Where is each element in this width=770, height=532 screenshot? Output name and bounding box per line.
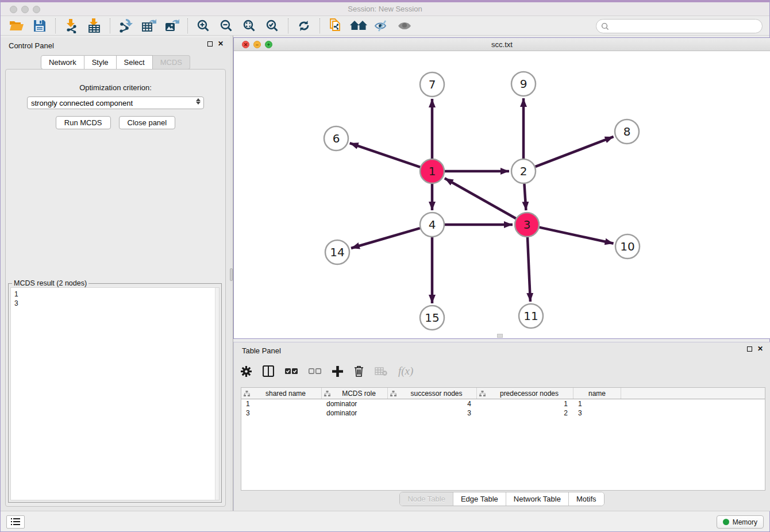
graph-node-6[interactable]: 6 bbox=[324, 126, 348, 151]
svg-text:6: 6 bbox=[333, 132, 340, 145]
zoom-in-icon[interactable] bbox=[192, 17, 215, 34]
search-field[interactable] bbox=[596, 19, 763, 33]
table-settings-gear-icon[interactable] bbox=[241, 366, 252, 377]
clone-network-icon[interactable] bbox=[324, 17, 347, 34]
open-session-icon[interactable] bbox=[5, 17, 28, 34]
column-header-name[interactable]: name bbox=[573, 388, 621, 399]
divider-grip[interactable] bbox=[230, 268, 233, 281]
result-scrollbar[interactable] bbox=[215, 288, 219, 500]
mcds-result-group: MCDS result (2 nodes) 13 bbox=[8, 283, 222, 503]
home-layout-icon[interactable] bbox=[347, 17, 370, 34]
tab-select[interactable]: Select bbox=[117, 55, 153, 70]
graph-edge-1-6[interactable] bbox=[350, 143, 421, 167]
tab-style[interactable]: Style bbox=[84, 55, 117, 70]
graph-node-2[interactable]: 2 bbox=[511, 159, 536, 183]
table-cell[interactable]: 2 bbox=[477, 409, 573, 417]
column-header-shared-name[interactable]: shared name bbox=[241, 388, 322, 399]
close-panel-icon[interactable]: ✕ bbox=[218, 41, 224, 47]
show-graphics-details-icon[interactable] bbox=[393, 17, 416, 34]
export-image-icon[interactable] bbox=[160, 17, 183, 34]
table-cell[interactable]: 4 bbox=[388, 400, 477, 408]
svg-text:9: 9 bbox=[520, 77, 528, 91]
graph-node-1[interactable]: 1 bbox=[420, 159, 444, 183]
select-stepper-icon bbox=[196, 98, 201, 105]
graph-node-3[interactable]: 3 bbox=[515, 213, 539, 237]
add-column-icon[interactable] bbox=[332, 366, 343, 377]
delete-column-trash-icon[interactable] bbox=[354, 365, 364, 377]
toolbar-separator bbox=[288, 18, 288, 33]
graph-edge-3-10[interactable] bbox=[539, 228, 613, 244]
status-bar: Memory bbox=[1, 511, 769, 531]
table-cell[interactable]: dominator bbox=[322, 409, 388, 417]
network-resize-grip[interactable] bbox=[497, 334, 503, 338]
export-network-icon[interactable] bbox=[114, 17, 137, 34]
graph-edge-2-3[interactable] bbox=[524, 184, 526, 210]
graph-node-10[interactable]: 10 bbox=[615, 234, 640, 259]
import-table-icon[interactable] bbox=[83, 17, 106, 34]
graph-node-15[interactable]: 15 bbox=[420, 306, 444, 330]
svg-text:7: 7 bbox=[429, 78, 436, 91]
table-cell[interactable]: 3 bbox=[241, 409, 322, 417]
task-history-button[interactable] bbox=[6, 515, 25, 529]
table-row[interactable]: 1dominator411 bbox=[241, 399, 765, 408]
table-cell[interactable]: 1 bbox=[477, 400, 573, 408]
memory-button[interactable]: Memory bbox=[717, 515, 764, 529]
node-table: shared nameMCDS rolesuccessor nodesprede… bbox=[241, 387, 765, 491]
run-mcds-button[interactable]: Run MCDS bbox=[56, 116, 111, 129]
graph-edge-3-1[interactable] bbox=[445, 178, 516, 218]
table-panel: Table Panel ✕ bbox=[233, 342, 770, 511]
table-header-row: shared nameMCDS rolesuccessor nodesprede… bbox=[241, 388, 765, 399]
column-header-MCDS-role[interactable]: MCDS role bbox=[322, 388, 388, 399]
tab-network[interactable]: Network bbox=[41, 55, 84, 70]
hide-graphics-details-icon[interactable] bbox=[370, 17, 393, 34]
select-all-columns-icon[interactable] bbox=[285, 368, 298, 375]
tab-edge-table[interactable]: Edge Table bbox=[453, 492, 506, 506]
float-panel-icon[interactable] bbox=[207, 41, 213, 47]
memory-status-icon bbox=[723, 519, 729, 525]
table-toolbar: f(x) bbox=[241, 360, 413, 383]
save-session-icon[interactable] bbox=[28, 17, 51, 34]
deselect-all-columns-icon[interactable] bbox=[309, 368, 321, 375]
export-table-icon[interactable] bbox=[137, 17, 160, 34]
control-panel-title: Control Panel bbox=[9, 41, 54, 50]
zoom-selected-icon[interactable] bbox=[261, 17, 284, 34]
table-cell[interactable]: 1 bbox=[241, 400, 322, 408]
zoom-fit-icon[interactable] bbox=[238, 17, 261, 34]
graph-node-7[interactable]: 7 bbox=[420, 72, 444, 97]
table-cell[interactable]: 3 bbox=[573, 409, 621, 417]
function-builder-icon: f(x) bbox=[398, 365, 413, 377]
table-cell[interactable]: 1 bbox=[573, 400, 621, 408]
graph-node-14[interactable]: 14 bbox=[325, 240, 349, 264]
table-row[interactable]: 3dominator323 bbox=[241, 408, 765, 418]
float-table-panel-icon[interactable] bbox=[747, 346, 752, 352]
import-network-icon[interactable] bbox=[60, 17, 83, 34]
graph-node-8[interactable]: 8 bbox=[615, 119, 639, 144]
tab-node-table[interactable]: Node Table bbox=[400, 492, 453, 506]
table-cell[interactable]: dominator bbox=[322, 400, 388, 408]
tab-mcds[interactable]: MCDS bbox=[153, 55, 190, 70]
close-table-panel-icon[interactable]: ✕ bbox=[757, 346, 763, 352]
column-header-predecessor-nodes[interactable]: predecessor nodes bbox=[477, 388, 573, 399]
tab-motifs[interactable]: Motifs bbox=[569, 492, 604, 506]
graph-edge-3-11[interactable] bbox=[528, 237, 530, 302]
graph-node-9[interactable]: 9 bbox=[511, 72, 536, 96]
graph-edge-2-8[interactable] bbox=[536, 137, 614, 167]
graph-node-4[interactable]: 4 bbox=[420, 213, 444, 237]
close-panel-button[interactable]: Close panel bbox=[119, 116, 176, 129]
application-window: Session: New Session bbox=[0, 0, 770, 532]
result-line: 1 bbox=[14, 290, 219, 299]
tab-network-table[interactable]: Network Table bbox=[506, 492, 569, 506]
zoom-out-icon[interactable] bbox=[215, 17, 238, 34]
network-window-titlebar[interactable]: ✕ − + scc.txt bbox=[234, 38, 770, 51]
refresh-layout-icon[interactable] bbox=[292, 17, 315, 34]
graph-node-11[interactable]: 11 bbox=[519, 304, 543, 328]
column-layout-icon[interactable] bbox=[263, 365, 274, 377]
result-lines: 13 bbox=[14, 290, 219, 308]
column-header-successor-nodes[interactable]: successor nodes bbox=[388, 388, 477, 399]
criterion-select[interactable]: strongly connected component bbox=[27, 97, 204, 109]
mcds-result-text[interactable]: 13 bbox=[10, 287, 220, 500]
graph-edge-4-14[interactable] bbox=[351, 228, 420, 248]
table-cell[interactable]: 3 bbox=[388, 409, 477, 417]
network-canvas[interactable]: 7968124314101511 bbox=[234, 51, 770, 338]
search-input[interactable] bbox=[609, 22, 762, 30]
